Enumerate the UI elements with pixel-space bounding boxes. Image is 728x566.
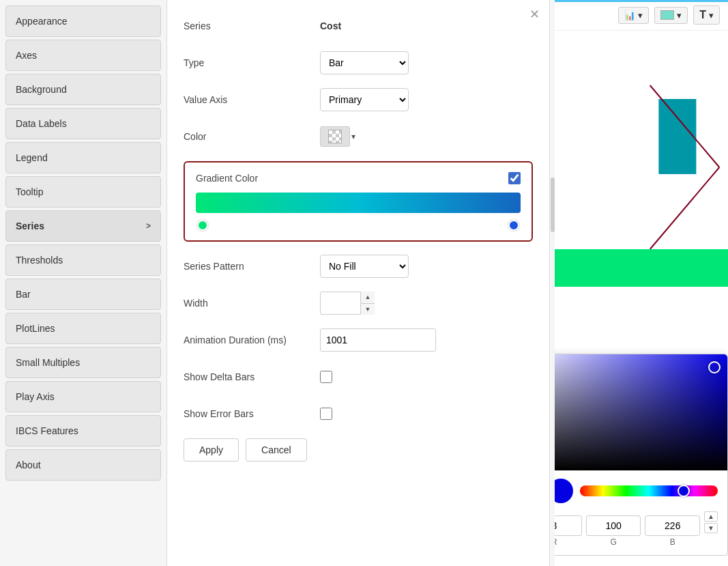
width-spinner: ▲ ▼ (360, 292, 375, 315)
rgb-r-input[interactable] (555, 515, 582, 536)
sidebar-label-legend: Legend (16, 152, 48, 163)
color-spectrum[interactable] (555, 354, 727, 470)
color-dropdown-arrow[interactable]: ▾ (351, 132, 355, 141)
sidebar-item-ibcs-features[interactable]: IBCS Features (5, 415, 161, 447)
scrollbar-track[interactable] (549, 0, 555, 566)
width-down-btn[interactable]: ▼ (361, 304, 375, 315)
width-input-wrap: ▲ ▼ (320, 292, 375, 315)
series-value: Cost (320, 20, 341, 31)
sidebar-label-bar: Bar (16, 289, 31, 300)
rgb-r-field: R (555, 515, 582, 547)
series-pattern-label: Series Pattern (184, 261, 320, 272)
color-picker-controls: ✏️ (555, 479, 718, 503)
rgb-arrows: ▲ ▼ (704, 511, 718, 547)
sidebar-item-legend[interactable]: Legend (5, 142, 161, 173)
sidebar-item-plotlines[interactable]: PlotLines (5, 313, 161, 344)
gradient-color-section: Gradient Color (184, 161, 533, 242)
series-pattern-select[interactable]: No Fill Solid Hatched (320, 255, 409, 278)
sidebar-item-appearance[interactable]: Appearance (5, 5, 161, 37)
chart-color-button[interactable]: ▾ (654, 7, 688, 24)
chart-area: ✏️ R G (555, 31, 728, 556)
sidebar-item-series[interactable]: Series> (5, 210, 161, 242)
sidebar-label-axes: Axes (16, 50, 37, 61)
type-label: Type (184, 57, 320, 68)
series-label: Series (184, 20, 320, 31)
value-axis-select[interactable]: Primary Secondary (320, 88, 409, 111)
gradient-color-label: Gradient Color (196, 173, 508, 184)
chart-color-icon (660, 10, 674, 20)
sidebar-label-data-labels: Data Labels (16, 118, 67, 129)
width-row: Width ▲ ▼ (184, 291, 533, 315)
chart-bar (658, 99, 696, 174)
chart-line-2 (650, 167, 720, 249)
sidebar-item-bar[interactable]: Bar (5, 279, 161, 310)
sidebar-label-ibcs-features: IBCS Features (16, 425, 78, 436)
gradient-handle-left[interactable] (197, 220, 208, 231)
animation-label: Animation Duration (ms) (184, 335, 320, 345)
text-button[interactable]: T ▾ (693, 5, 720, 25)
sidebar-item-small-multiples[interactable]: Small Multiples (5, 347, 161, 378)
gradient-handles (196, 220, 521, 231)
sidebar-label-small-multiples: Small Multiples (16, 357, 80, 368)
width-up-btn[interactable]: ▲ (361, 292, 375, 304)
sidebar-label-play-axis: Play Axis (16, 391, 55, 402)
color-swatch-button[interactable] (320, 126, 350, 147)
color-preview-circle (555, 479, 573, 503)
cancel-button[interactable]: Cancel (246, 438, 307, 462)
rgb-down-btn[interactable]: ▼ (704, 523, 718, 533)
sidebar-item-tooltip[interactable]: Tooltip (5, 176, 161, 208)
sidebar-item-background[interactable]: Background (5, 74, 161, 105)
show-error-checkbox[interactable] (320, 408, 332, 420)
main-panel: ✕ Series Cost Type Bar Line Area Value A… (167, 0, 549, 566)
sidebar-label-background: Background (16, 84, 67, 95)
text-icon: T (699, 9, 706, 21)
sidebar: AppearanceAxesBackgroundData LabelsLegen… (0, 0, 167, 566)
type-row: Type Bar Line Area (184, 51, 533, 75)
rgb-g-input[interactable] (586, 515, 641, 536)
color-row: Color ▾ (184, 124, 533, 149)
sidebar-label-plotlines: PlotLines (16, 323, 55, 334)
sidebar-item-thresholds[interactable]: Thresholds (5, 244, 161, 276)
animation-row: Animation Duration (ms) (184, 328, 533, 352)
rgb-b-input[interactable] (645, 515, 700, 536)
value-axis-row: Value Axis Primary Secondary (184, 87, 533, 112)
rgb-up-btn[interactable]: ▲ (704, 511, 718, 522)
hue-slider[interactable] (580, 485, 718, 496)
sidebar-label-series: Series (16, 221, 44, 231)
action-buttons: Apply Cancel (184, 438, 533, 462)
color-label: Color (184, 131, 320, 142)
rgb-b-label: B (670, 537, 675, 547)
show-error-label: Show Error Bars (184, 408, 320, 419)
color-swatch-inner (328, 130, 342, 143)
rgb-g-field: G (586, 515, 641, 547)
series-row: Series Cost (184, 14, 533, 38)
rgb-r-label: R (555, 537, 557, 547)
rgb-g-label: G (610, 537, 616, 547)
sidebar-item-play-axis[interactable]: Play Axis (5, 381, 161, 412)
sidebar-label-about: About (16, 459, 41, 470)
sidebar-label-tooltip: Tooltip (16, 186, 43, 197)
chart-green-bar (555, 249, 728, 287)
value-axis-label: Value Axis (184, 94, 320, 105)
apply-button[interactable]: Apply (184, 438, 239, 462)
sidebar-label-appearance: Appearance (16, 16, 68, 27)
rgb-b-field: B (645, 515, 700, 547)
gradient-color-checkbox[interactable] (508, 172, 521, 184)
gradient-bar[interactable] (196, 193, 521, 213)
spectrum-cursor[interactable] (708, 361, 720, 373)
type-select[interactable]: Bar Line Area (320, 51, 409, 74)
sidebar-label-thresholds: Thresholds (16, 255, 63, 266)
sidebar-item-axes[interactable]: Axes (5, 40, 161, 71)
show-delta-checkbox[interactable] (320, 371, 332, 383)
chart-toolbar: 📊 ▾ ▾ T ▾ (555, 0, 728, 31)
sidebar-item-data-labels[interactable]: Data Labels (5, 108, 161, 139)
sidebar-item-about[interactable]: About (5, 449, 161, 481)
chart-color-chevron: ▾ (677, 10, 682, 20)
right-panel: 📊 ▾ ▾ T ▾ (555, 0, 728, 566)
animation-input[interactable] (320, 328, 436, 352)
close-button[interactable]: ✕ (529, 7, 540, 22)
gradient-handle-right[interactable] (508, 220, 519, 231)
hue-thumb[interactable] (678, 485, 690, 497)
chart-type-button[interactable]: 📊 ▾ (618, 7, 649, 24)
sidebar-arrow-series: > (146, 221, 151, 231)
